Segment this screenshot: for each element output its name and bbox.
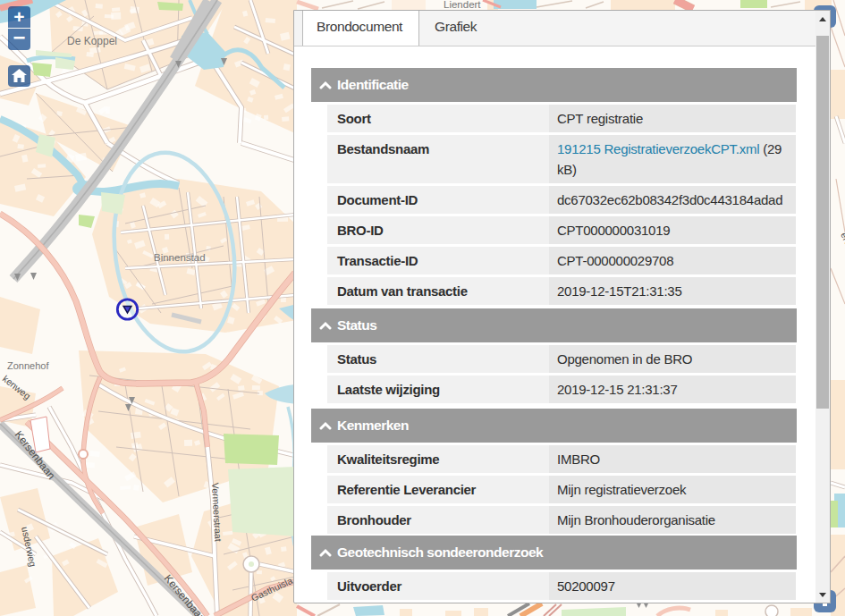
svg-text:Binnenstad: Binnenstad bbox=[154, 252, 206, 263]
svg-text:Liendert: Liendert bbox=[444, 0, 481, 10]
svg-text:De Koppel: De Koppel bbox=[67, 35, 117, 47]
svg-text:Zonnehof: Zonnehof bbox=[7, 360, 49, 371]
